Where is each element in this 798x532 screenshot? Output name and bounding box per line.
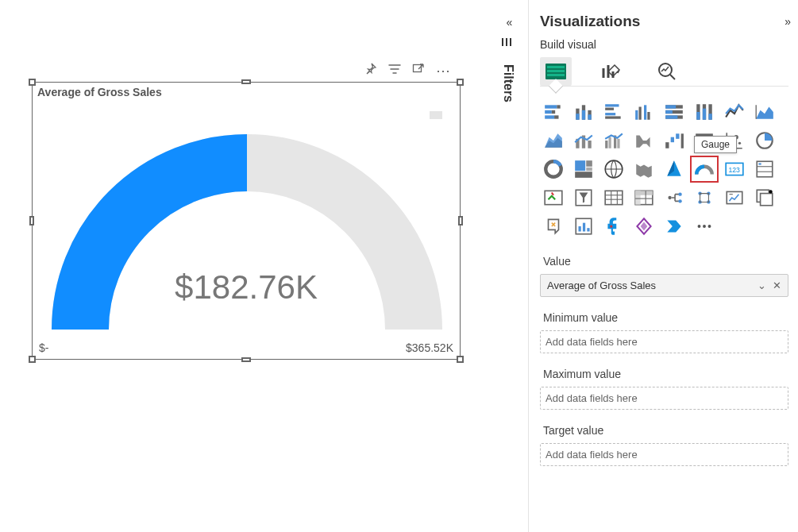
card-icon[interactable]: 123	[721, 156, 748, 182]
line-chart-icon[interactable]	[721, 99, 748, 125]
donut-chart-icon[interactable]	[540, 156, 567, 182]
gauge-icon[interactable]: Gauge	[691, 156, 718, 182]
paginated-report-icon[interactable]	[600, 214, 627, 239]
svg-rect-58	[586, 160, 592, 167]
clustered-column-chart-icon[interactable]	[630, 99, 657, 125]
gauge-body: $182.76K $- $365.52K	[33, 103, 460, 359]
tab-analytics[interactable]	[651, 57, 683, 86]
svg-rect-15	[582, 110, 585, 120]
svg-point-82	[678, 199, 681, 202]
waterfall-chart-icon[interactable]	[661, 128, 688, 153]
kpi-icon[interactable]	[540, 185, 567, 210]
min-well-section: Minimum value Add data fields here	[540, 303, 788, 353]
svg-rect-3	[547, 70, 565, 72]
key-influencers-icon[interactable]	[721, 185, 748, 210]
svg-rect-46	[671, 137, 674, 143]
ribbon-chart-icon[interactable]	[630, 128, 657, 153]
svg-rect-93	[583, 223, 585, 232]
svg-rect-70	[605, 191, 623, 204]
svg-rect-47	[676, 133, 679, 139]
filters-label: Filters	[501, 64, 515, 102]
svg-rect-17	[588, 114, 591, 120]
report-canvas: ⋯ Average of Gross Sales $182.76K $- $36…	[0, 0, 484, 532]
svg-rect-7	[557, 105, 560, 108]
pane-subtitle: Build visual	[540, 38, 788, 51]
resize-handle[interactable]	[241, 79, 251, 84]
table-icon[interactable]	[600, 185, 627, 210]
remove-field-icon[interactable]: ✕	[773, 279, 781, 291]
svg-rect-42	[609, 137, 611, 148]
qa-visual-icon[interactable]	[540, 214, 567, 239]
min-label: Minimum value	[540, 303, 788, 330]
power-apps-icon[interactable]	[630, 214, 657, 239]
target-field-well[interactable]: Add data fields here	[540, 443, 788, 466]
svg-rect-89	[761, 194, 773, 206]
clustered-bar-chart-icon[interactable]	[600, 99, 627, 125]
slicer-icon[interactable]	[570, 185, 597, 210]
focus-mode-icon[interactable]	[412, 63, 425, 79]
matrix-icon[interactable]	[630, 185, 657, 210]
svg-rect-60	[575, 172, 592, 178]
visualization-picker: Gauge 123	[540, 98, 788, 247]
treemap-icon[interactable]	[570, 156, 597, 182]
expand-pane-icon[interactable]: »	[785, 15, 788, 28]
filters-pane-collapsed[interactable]: « Filters	[496, 16, 520, 102]
svg-point-90	[769, 190, 772, 193]
tab-format[interactable]	[596, 57, 627, 86]
gauge-tooltip: Gauge	[694, 136, 737, 153]
multi-row-card-icon[interactable]	[751, 156, 778, 182]
svg-rect-77	[635, 191, 653, 195]
svg-rect-13	[576, 114, 579, 120]
collapse-icon: «	[507, 16, 511, 29]
100-stacked-column-chart-icon[interactable]	[691, 99, 718, 125]
tab-fields[interactable]	[540, 57, 572, 86]
visual-title: Average of Gross Sales	[37, 86, 162, 98]
svg-point-97	[703, 225, 706, 228]
max-field-well[interactable]: Add data fields here	[540, 387, 788, 410]
min-field-well[interactable]: Add data fields here	[540, 330, 788, 353]
line-stacked-column-icon[interactable]	[570, 128, 597, 153]
python-visual-icon[interactable]	[691, 185, 718, 210]
chevron-down-icon[interactable]: ⌄	[758, 279, 766, 291]
smart-narrative-icon[interactable]	[570, 214, 597, 239]
resize-handle[interactable]	[29, 79, 36, 86]
value-field-well[interactable]: Average of Gross Sales ⌄ ✕	[540, 274, 788, 297]
svg-point-98	[708, 225, 711, 228]
more-options-icon[interactable]: ⋯	[436, 62, 451, 79]
pin-icon[interactable]	[364, 63, 377, 79]
r-visual-icon[interactable]	[661, 185, 688, 210]
svg-rect-29	[665, 110, 673, 114]
value-well-section: Value Average of Gross Sales ⌄ ✕	[540, 247, 788, 297]
line-clustered-column-icon[interactable]	[600, 128, 627, 153]
100-stacked-bar-chart-icon[interactable]	[661, 99, 688, 125]
pie-chart-icon[interactable]	[751, 128, 778, 153]
svg-rect-18	[605, 104, 619, 106]
decomposition-tree-icon[interactable]	[751, 185, 778, 210]
stacked-area-chart-icon[interactable]	[540, 128, 567, 153]
gauge-min-label: $-	[39, 341, 48, 354]
svg-rect-57	[575, 160, 585, 171]
stacked-column-chart-icon[interactable]	[570, 99, 597, 125]
more-visuals-icon[interactable]	[691, 214, 718, 239]
svg-rect-44	[617, 139, 619, 148]
svg-point-96	[698, 225, 701, 228]
value-label: Value	[540, 247, 788, 274]
filters-icon	[502, 37, 515, 50]
power-automate-icon[interactable]	[661, 214, 688, 239]
mode-tabs	[540, 57, 788, 87]
svg-rect-22	[635, 110, 638, 120]
stacked-bar-chart-icon[interactable]	[540, 99, 567, 125]
svg-rect-94	[587, 228, 589, 231]
svg-rect-4	[547, 74, 565, 76]
svg-point-54	[738, 142, 741, 145]
resize-handle[interactable]	[457, 79, 464, 86]
map-icon[interactable]	[600, 156, 627, 182]
filled-map-icon[interactable]	[630, 156, 657, 182]
svg-rect-45	[665, 142, 669, 148]
gauge-visual[interactable]: Average of Gross Sales $182.76K $- $365.…	[32, 82, 461, 360]
svg-text:123: 123	[728, 166, 740, 174]
azure-map-icon[interactable]	[661, 156, 688, 182]
filter-icon[interactable]	[388, 63, 401, 79]
svg-rect-59	[586, 168, 592, 171]
area-chart-icon[interactable]	[751, 99, 778, 125]
